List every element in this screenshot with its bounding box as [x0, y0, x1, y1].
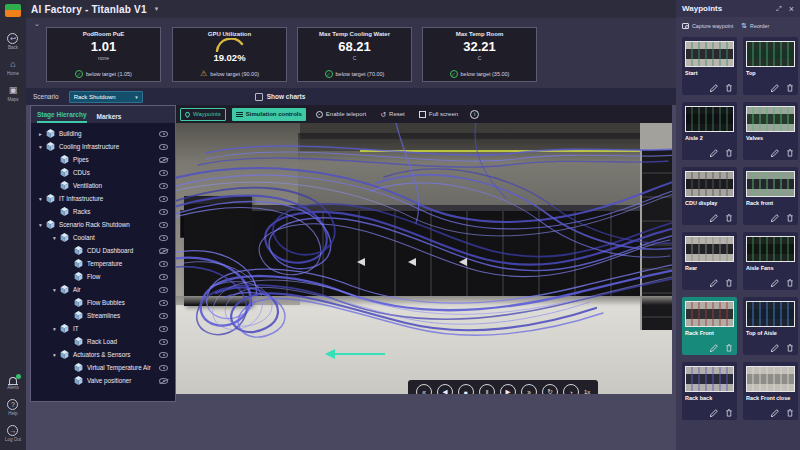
visibility-eye-icon[interactable] — [159, 144, 168, 150]
visibility-eye-icon[interactable] — [159, 300, 168, 306]
waypoint-card[interactable]: Rack Front — [682, 297, 737, 355]
tree-item[interactable]: Pipes — [31, 153, 175, 166]
tree-item[interactable]: ▾ Scenario Rack Shutdown — [31, 218, 175, 231]
tree-caret-icon[interactable]: ▾ — [39, 222, 46, 228]
visibility-eye-icon[interactable] — [159, 339, 168, 345]
playback-button[interactable]: ↻ — [542, 384, 558, 394]
waypoint-card[interactable]: Aisle Fans — [743, 232, 798, 290]
expand-panel-icon[interactable]: ⤢ — [776, 5, 782, 13]
tree-item[interactable]: Flow Bubbles — [31, 296, 175, 309]
simulation-controls-button[interactable]: Simulation controls — [232, 108, 306, 121]
delete-waypoint-icon[interactable] — [725, 279, 733, 287]
visibility-eye-icon[interactable] — [159, 131, 168, 137]
edit-waypoint-icon[interactable] — [710, 84, 718, 92]
capture-waypoint-button[interactable]: Capture waypoint — [682, 23, 733, 29]
visibility-eye-icon[interactable] — [159, 313, 168, 319]
info-icon[interactable]: i — [470, 110, 479, 119]
delete-waypoint-icon[interactable] — [786, 84, 794, 92]
close-panel-icon[interactable]: × — [789, 4, 794, 14]
tree-item[interactable]: ▾ IT Infrastructure — [31, 192, 175, 205]
waypoint-thumbnail[interactable] — [746, 106, 795, 132]
tab-markers[interactable]: Markers — [97, 113, 122, 123]
rail-nav-button[interactable]: ▣ Maps — [7, 85, 18, 102]
delete-waypoint-icon[interactable] — [786, 214, 794, 222]
waypoint-card[interactable]: Top of Aisle — [743, 297, 798, 355]
visibility-eye-icon[interactable] — [159, 326, 168, 332]
waypoint-thumbnail[interactable] — [685, 171, 734, 197]
tree-item[interactable]: ▸ Building — [31, 127, 175, 140]
edit-waypoint-icon[interactable] — [771, 214, 779, 222]
waypoint-thumbnail[interactable] — [746, 301, 795, 327]
edit-waypoint-icon[interactable] — [771, 149, 779, 157]
delete-waypoint-icon[interactable] — [725, 84, 733, 92]
delete-waypoint-icon[interactable] — [725, 409, 733, 417]
edit-waypoint-icon[interactable] — [710, 409, 718, 417]
tree-caret-icon[interactable]: ▾ — [53, 235, 60, 241]
visibility-eye-icon[interactable] — [159, 378, 168, 384]
edit-waypoint-icon[interactable] — [710, 344, 718, 352]
visibility-eye-icon[interactable] — [159, 274, 168, 280]
waypoint-thumbnail[interactable] — [685, 301, 734, 327]
kpi-collapse-icon[interactable]: ⌄ — [34, 20, 40, 28]
visibility-eye-icon[interactable] — [159, 183, 168, 189]
delete-waypoint-icon[interactable] — [725, 214, 733, 222]
tree-caret-icon[interactable]: ▾ — [39, 196, 46, 202]
delete-waypoint-icon[interactable] — [786, 149, 794, 157]
visibility-eye-icon[interactable] — [159, 365, 168, 371]
visibility-eye-icon[interactable] — [159, 209, 168, 215]
tree-item[interactable]: Racks — [31, 205, 175, 218]
waypoint-card[interactable]: CDU display — [682, 167, 737, 225]
visibility-eye-icon[interactable] — [159, 248, 168, 254]
edit-waypoint-icon[interactable] — [771, 84, 779, 92]
delete-waypoint-icon[interactable] — [786, 279, 794, 287]
edit-waypoint-icon[interactable] — [771, 344, 779, 352]
playback-button[interactable]: ■ — [458, 384, 474, 394]
tree-item[interactable]: ▾ Actuators & Sensors — [31, 348, 175, 361]
waypoint-card[interactable]: Rack back — [682, 362, 737, 420]
tree-item[interactable]: Temperature — [31, 257, 175, 270]
waypoint-card[interactable]: Start — [682, 37, 737, 95]
waypoints-button[interactable]: Waypoints — [180, 108, 226, 121]
waypoint-card[interactable]: Rack Front close — [743, 362, 798, 420]
visibility-eye-icon[interactable] — [159, 287, 168, 293]
rail-nav-button[interactable]: Alerts — [7, 375, 19, 390]
waypoint-card[interactable]: Top — [743, 37, 798, 95]
waypoint-thumbnail[interactable] — [746, 41, 795, 67]
edit-waypoint-icon[interactable] — [710, 149, 718, 157]
tree-caret-icon[interactable]: ▾ — [53, 352, 60, 358]
tree-item[interactable]: ▾ IT — [31, 322, 175, 335]
tree-caret-icon[interactable]: ▸ — [39, 131, 46, 137]
tree-item[interactable]: Rack Load — [31, 335, 175, 348]
waypoint-card[interactable]: Rack front — [743, 167, 798, 225]
waypoint-thumbnail[interactable] — [685, 366, 734, 392]
edit-waypoint-icon[interactable] — [771, 409, 779, 417]
tree-item[interactable]: ▾ Air — [31, 283, 175, 296]
waypoint-thumbnail[interactable] — [685, 41, 734, 67]
waypoint-card[interactable]: Rear — [682, 232, 737, 290]
visibility-eye-icon[interactable] — [159, 352, 168, 358]
tree-caret-icon[interactable]: ▾ — [53, 326, 60, 332]
edit-waypoint-icon[interactable] — [710, 279, 718, 287]
3d-scene[interactable]: « ◀ ■ ‖ — [176, 123, 672, 394]
delete-waypoint-icon[interactable] — [786, 409, 794, 417]
rail-nav-button[interactable]: ⌂ Home — [7, 59, 19, 76]
waypoint-thumbnail[interactable] — [685, 236, 734, 262]
scenario-dropdown[interactable]: Rack Shutdown ▾ — [69, 91, 143, 103]
tree-caret-icon[interactable]: ▾ — [53, 287, 60, 293]
waypoint-card[interactable]: Aisle 2 — [682, 102, 737, 160]
full-screen-button[interactable]: Full screen — [415, 108, 462, 121]
tab-stage-hierarchy[interactable]: Stage Hierarchy — [37, 111, 87, 123]
delete-waypoint-icon[interactable] — [725, 344, 733, 352]
rail-nav-button[interactable]: → Log Out — [5, 425, 21, 442]
title-caret-icon[interactable]: ▾ — [155, 5, 159, 13]
tree-caret-icon[interactable]: ▾ — [39, 144, 46, 150]
delete-waypoint-icon[interactable] — [725, 149, 733, 157]
reorder-button[interactable]: ⇅ Reorder — [741, 22, 769, 30]
visibility-eye-icon[interactable] — [159, 196, 168, 202]
playback-button[interactable]: ◔ — [563, 384, 579, 394]
playback-button[interactable]: ‖ — [479, 384, 495, 394]
playback-button[interactable]: ▶ — [500, 384, 516, 394]
enable-teleport-button[interactable]: • Enable teleport — [312, 108, 370, 121]
reset-button[interactable]: ↺ Reset — [376, 108, 409, 121]
playback-button[interactable]: « — [416, 384, 432, 394]
